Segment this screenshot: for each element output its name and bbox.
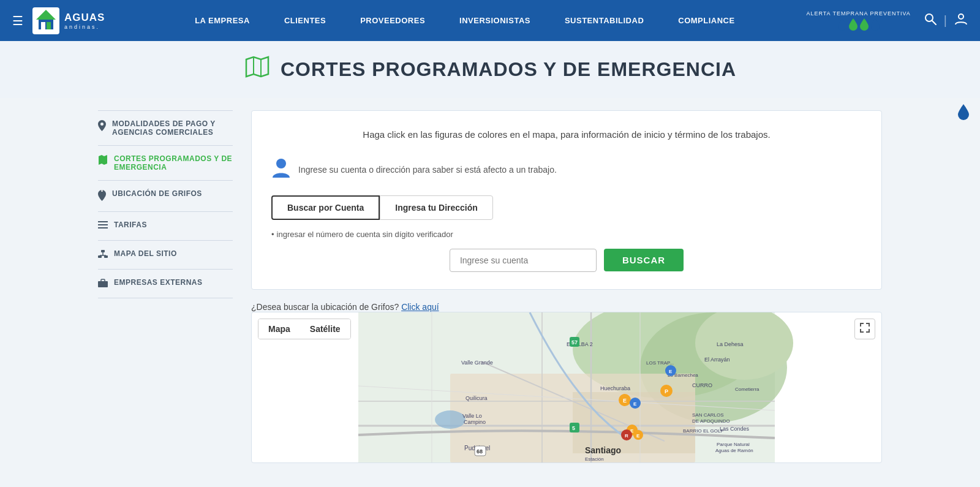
main-nav: LA EMPRESA CLIENTES PROVEEDORES INVERSIO… — [123, 16, 806, 25]
map-toolbar: Mapa Satélite — [258, 319, 351, 339]
page-title-bar: CORTES PROGRAMADOS Y DE EMERGENCIA — [0, 41, 980, 98]
map-fullscreen-button[interactable] — [854, 319, 875, 339]
drop-1-icon — [838, 18, 846, 31]
hamburger-menu[interactable]: ☰ — [12, 13, 23, 28]
svg-text:R: R — [625, 433, 628, 439]
svg-text:68: 68 — [477, 448, 483, 455]
svg-rect-13 — [98, 227, 108, 228]
sidebar-label-grifos: UBICACIÓN DE GRIFOS — [112, 189, 202, 198]
header-right: ALERTA TEMPRANA PREVENTIVA | — [806, 10, 968, 31]
svg-text:El Arrayán: El Arrayán — [704, 357, 730, 363]
user-avatar-icon — [271, 157, 291, 183]
tab-satelite[interactable]: Satélite — [300, 319, 350, 339]
account-hint-text: Ingrese su cuenta o dirección para saber… — [298, 165, 557, 175]
svg-rect-12 — [98, 224, 108, 225]
svg-text:Cometierra: Cometierra — [735, 387, 760, 392]
tab-direccion[interactable]: Ingresa tu Dirección — [380, 195, 493, 220]
buscar-button[interactable]: BUSCAR — [604, 249, 684, 271]
map-icon — [98, 155, 108, 167]
svg-text:E: E — [636, 433, 640, 439]
nav-la-empresa[interactable]: LA EMPRESA — [178, 16, 267, 25]
sidebar-item-grifos[interactable]: UBICACIÓN DE GRIFOS — [98, 181, 233, 212]
site-header: ☰ AGUAS andinas. LA EMPRESA CLIENTES PRO… — [0, 0, 980, 41]
svg-point-35 — [435, 410, 466, 429]
tab-cuenta[interactable]: Buscar por Cuenta — [271, 195, 380, 220]
svg-rect-11 — [98, 221, 108, 222]
sidebar-item-tarifas[interactable]: TARIFAS — [98, 212, 233, 241]
svg-text:BARRIO EL GOLF: BARRIO EL GOLF — [683, 428, 724, 434]
svg-text:Aguas de Ramón: Aguas de Ramón — [715, 448, 753, 453]
svg-text:Valle Lo: Valle Lo — [462, 413, 482, 419]
svg-text:Estación: Estación — [585, 456, 604, 462]
account-hint: Ingrese su cuenta o dirección para saber… — [271, 157, 862, 183]
floating-drop-icon — [958, 104, 969, 123]
svg-text:Parque Natural: Parque Natural — [717, 442, 750, 447]
hint-text: ingresar el número de cuenta sin dígito … — [271, 230, 862, 239]
svg-rect-14 — [101, 250, 105, 252]
alerta-drops — [838, 18, 880, 31]
search-card: Haga click en las figuras de colores en … — [251, 110, 882, 290]
search-icon[interactable] — [924, 13, 937, 28]
svg-point-7 — [959, 14, 963, 19]
svg-text:Huechuraba: Huechuraba — [600, 385, 630, 391]
alerta-label: ALERTA TEMPRANA PREVENTIVA — [806, 10, 910, 17]
svg-text:E: E — [623, 398, 627, 404]
grifos-link[interactable]: Click aquí — [401, 302, 439, 312]
svg-text:CURRO: CURRO — [692, 382, 712, 388]
svg-text:57: 57 — [571, 339, 578, 345]
main-content: Haga click en las figuras de colores en … — [251, 110, 882, 463]
sidebar-label-modalidades: MODALIDADES DE PAGO Y AGENCIAS COMERCIAL… — [112, 119, 233, 137]
sidebar-item-cortes[interactable]: CORTES PROGRAMADOS Y DE EMERGENCIA — [98, 146, 233, 181]
svg-text:Las Condes: Las Condes — [720, 426, 750, 432]
nav-clientes[interactable]: CLIENTES — [267, 16, 343, 25]
sitemap-icon — [98, 250, 108, 260]
nav-compliance[interactable]: COMPLIANCE — [661, 16, 752, 25]
sidebar-label-mapa: MAPA DEL SITIO — [114, 249, 177, 258]
sidebar-label-tarifas: TARIFAS — [114, 221, 147, 229]
svg-rect-19 — [98, 281, 108, 287]
svg-point-20 — [276, 159, 286, 168]
svg-text:SAN CARLOS: SAN CARLOS — [692, 412, 724, 418]
nav-proveedores[interactable]: PROVEEDORES — [343, 16, 442, 25]
nav-sustentabilidad[interactable]: SUSTENTABILIDAD — [548, 16, 661, 25]
svg-line-6 — [932, 21, 936, 25]
svg-text:Valle Grande: Valle Grande — [461, 360, 493, 366]
account-input[interactable] — [450, 249, 597, 272]
sidebar-item-modalidades[interactable]: MODALIDADES DE PAGO Y AGENCIAS COMERCIAL… — [98, 110, 233, 146]
pin-icon — [98, 190, 106, 203]
sidebar-item-empresas[interactable]: EMPRESAS EXTERNAS — [98, 270, 233, 298]
svg-text:La Dehesa: La Dehesa — [717, 341, 744, 347]
nav-inversionistas[interactable]: INVERSIONISTAS — [442, 16, 548, 25]
sidebar-label-empresas: EMPRESAS EXTERNAS — [114, 278, 203, 287]
main-layout: MODALIDADES DE PAGO Y AGENCIAS COMERCIAL… — [61, 98, 919, 475]
map-container: Mapa Satélite — [251, 312, 882, 463]
svg-text:E: E — [669, 369, 673, 374]
input-row: BUSCAR — [271, 249, 862, 272]
svg-text:Santiago: Santiago — [585, 445, 621, 455]
drop-3-icon — [860, 18, 869, 31]
sidebar-label-cortes: CORTES PROGRAMADOS Y DE EMERGENCIA — [114, 154, 233, 172]
alerta-section: ALERTA TEMPRANA PREVENTIVA — [806, 10, 910, 31]
logo-name: AGUAS — [64, 12, 105, 24]
svg-text:E: E — [633, 401, 637, 407]
search-tabs: Buscar por Cuenta Ingresa tu Dirección — [271, 195, 862, 220]
site-logo[interactable]: AGUAS andinas. — [32, 7, 105, 34]
sidebar: MODALIDADES DE PAGO Y AGENCIAS COMERCIAL… — [98, 110, 233, 463]
user-icon[interactable] — [954, 12, 968, 29]
svg-text:LOS TRAP...: LOS TRAP... — [646, 360, 674, 366]
tab-mapa[interactable]: Mapa — [258, 319, 300, 339]
logo-sub: andinas. — [64, 24, 105, 30]
page-title: CORTES PROGRAMADOS Y DE EMERGENCIA — [281, 58, 736, 81]
svg-rect-2 — [41, 22, 45, 29]
nav-divider: | — [944, 13, 947, 28]
svg-point-5 — [925, 14, 933, 21]
list-icon — [98, 221, 108, 232]
page-title-icon — [244, 53, 271, 86]
drop-2-icon — [849, 18, 858, 31]
svg-text:P: P — [665, 388, 668, 395]
svg-text:5: 5 — [572, 425, 575, 431]
drop-4-icon — [871, 18, 880, 31]
svg-text:Quilicura: Quilicura — [466, 395, 488, 401]
sidebar-item-mapa[interactable]: MAPA DEL SITIO — [98, 241, 233, 270]
svg-text:Campino: Campino — [464, 419, 486, 425]
